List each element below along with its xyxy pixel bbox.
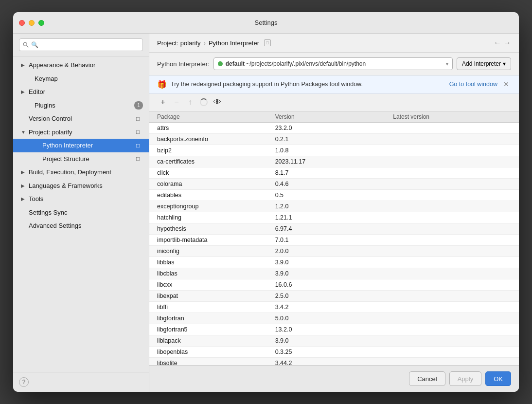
table-row[interactable]: click8.1.7 xyxy=(149,167,519,179)
breadcrumb-page[interactable]: Python Interpreter xyxy=(209,39,259,47)
col-package: Package xyxy=(157,113,275,120)
sidebar-item-label: Keymap xyxy=(35,74,143,84)
breadcrumb-separator: › xyxy=(204,39,206,47)
expand-icon: □ xyxy=(136,114,143,123)
table-row[interactable]: libsqlite3.44.2 xyxy=(149,358,519,365)
sidebar-item-label: Plugins xyxy=(35,101,134,110)
package-name: libcblas xyxy=(157,269,275,278)
table-row[interactable]: libffi3.4.2 xyxy=(149,302,519,313)
close-button[interactable] xyxy=(19,20,25,26)
banner-text: Try the redesigned packaging support in … xyxy=(171,81,445,88)
settings-window: Settings ▶ Appearance & Behavior Keymap … xyxy=(13,12,519,392)
sidebar-item-keymap[interactable]: Keymap xyxy=(13,72,149,86)
chevron-icon: ▶ xyxy=(21,168,28,176)
table-row[interactable]: bzip21.0.8 xyxy=(149,145,519,156)
table-row[interactable]: libexpat2.5.0 xyxy=(149,291,519,302)
sidebar-item-build-execution[interactable]: ▶ Build, Execution, Deployment xyxy=(13,165,149,179)
table-row[interactable]: liblapack3.9.0 xyxy=(149,335,519,347)
package-name: libopenblas xyxy=(157,348,275,356)
add-package-button[interactable]: + xyxy=(157,96,169,108)
table-row[interactable]: importlib-metadata7.0.1 xyxy=(149,235,519,246)
title-bar: Settings xyxy=(13,12,519,34)
remove-package-button[interactable]: − xyxy=(171,96,182,108)
package-version: 0.4.6 xyxy=(275,180,393,188)
table-row[interactable]: libopenblas0.3.25 xyxy=(149,347,519,358)
forward-arrow[interactable]: → xyxy=(503,38,511,47)
refresh-button[interactable] xyxy=(198,96,210,108)
package-name: editables xyxy=(157,191,275,200)
package-name: ca-certificates xyxy=(157,157,275,166)
table-row[interactable]: hatchling1.21.1 xyxy=(149,212,519,223)
package-name: importlib-metadata xyxy=(157,236,275,244)
eye-button[interactable]: 👁 xyxy=(212,96,223,108)
package-version: 1.0.8 xyxy=(275,146,393,155)
package-name: iniconfig xyxy=(157,247,275,256)
sidebar-item-editor[interactable]: ▶ Editor xyxy=(13,85,149,99)
package-version: 0.2.1 xyxy=(275,135,393,144)
package-version: 0.5 xyxy=(275,191,393,200)
breadcrumb-icon: □ xyxy=(264,39,271,46)
package-toolbar: + − ↑ 👁 xyxy=(149,93,519,111)
search-input[interactable] xyxy=(19,38,143,51)
table-row[interactable]: libgfortran5.0.0 xyxy=(149,313,519,324)
table-row[interactable]: libblas3.9.0 xyxy=(149,257,519,268)
table-row[interactable]: libcxx16.0.6 xyxy=(149,279,519,291)
sidebar-item-python-interpreter[interactable]: Python Interpreter □ xyxy=(13,139,149,152)
minimize-button[interactable] xyxy=(29,20,35,26)
package-latest xyxy=(393,202,511,211)
apply-button[interactable]: Apply xyxy=(449,371,482,386)
table-row[interactable]: libgfortran513.2.0 xyxy=(149,324,519,335)
table-row[interactable]: backports.zoneinfo0.2.1 xyxy=(149,134,519,145)
up-button[interactable]: ↑ xyxy=(184,96,196,108)
expand-icon: □ xyxy=(136,128,143,136)
package-name: backports.zoneinfo xyxy=(157,135,275,144)
sidebar-item-advanced-settings[interactable]: Advanced Settings xyxy=(13,219,149,233)
table-row[interactable]: exceptiongroup1.2.0 xyxy=(149,201,519,212)
sidebar-item-label: Build, Execution, Deployment xyxy=(29,167,143,177)
package-latest xyxy=(393,224,511,233)
sidebar-nav: ▶ Appearance & Behavior Keymap ▶ Editor … xyxy=(13,56,149,372)
table-row[interactable]: editables0.5 xyxy=(149,190,519,201)
sidebar-item-plugins[interactable]: Plugins 1 xyxy=(13,99,149,112)
package-version: 2.5.0 xyxy=(275,292,393,300)
sidebar-item-label: Project Structure xyxy=(42,154,135,164)
sidebar-item-project-structure[interactable]: Project Structure □ xyxy=(13,152,149,166)
sidebar-item-settings-sync[interactable]: Settings Sync xyxy=(13,206,149,220)
ok-button[interactable]: OK xyxy=(485,371,511,386)
add-interpreter-chevron-icon: ▾ xyxy=(503,60,506,67)
package-table: Package Version Latest version attrs23.2… xyxy=(149,111,519,365)
table-row[interactable]: ca-certificates2023.11.17 xyxy=(149,156,519,167)
table-row[interactable]: hypothesis6.97.4 xyxy=(149,223,519,235)
sidebar-item-label: Tools xyxy=(29,194,143,204)
sidebar-item-version-control[interactable]: Version Control □ xyxy=(13,112,149,126)
dialog-footer: Cancel Apply OK xyxy=(149,365,519,392)
package-name: bzip2 xyxy=(157,146,275,155)
package-name: liblapack xyxy=(157,336,275,345)
plugins-badge: 1 xyxy=(134,101,143,110)
go-to-tool-window-link[interactable]: Go to tool window xyxy=(449,81,497,88)
table-row[interactable]: iniconfig2.0.0 xyxy=(149,246,519,257)
chevron-icon: ▶ xyxy=(21,88,28,95)
sidebar-item-project[interactable]: ▼ Project: polarify □ xyxy=(13,126,149,139)
table-row[interactable]: attrs23.2.0 xyxy=(149,123,519,134)
table-row[interactable]: libcblas3.9.0 xyxy=(149,268,519,279)
package-latest xyxy=(393,236,511,244)
interpreter-select[interactable]: default ~/projects/polarify/.pixi/envs/d… xyxy=(213,57,453,70)
help-button[interactable]: ? xyxy=(19,377,29,387)
table-row[interactable]: colorama0.4.6 xyxy=(149,179,519,190)
close-banner-button[interactable]: ✕ xyxy=(501,79,511,89)
package-name: libffi xyxy=(157,303,275,312)
sidebar-item-languages-frameworks[interactable]: ▶ Languages & Frameworks xyxy=(13,179,149,193)
package-version: 13.2.0 xyxy=(275,325,393,334)
breadcrumb-project[interactable]: Project: polarify xyxy=(157,39,201,47)
add-interpreter-button[interactable]: Add Interpreter ▾ xyxy=(457,57,511,70)
back-arrow[interactable]: ← xyxy=(494,38,501,47)
sidebar-item-appearance-behavior[interactable]: ▶ Appearance & Behavior xyxy=(13,58,149,72)
add-interpreter-label: Add Interpreter xyxy=(462,60,501,67)
package-latest xyxy=(393,359,511,365)
cancel-button[interactable]: Cancel xyxy=(409,371,445,386)
maximize-button[interactable] xyxy=(38,20,44,26)
sidebar-item-tools[interactable]: ▶ Tools xyxy=(13,192,149,206)
package-name: libblas xyxy=(157,258,275,267)
package-latest xyxy=(393,269,511,278)
